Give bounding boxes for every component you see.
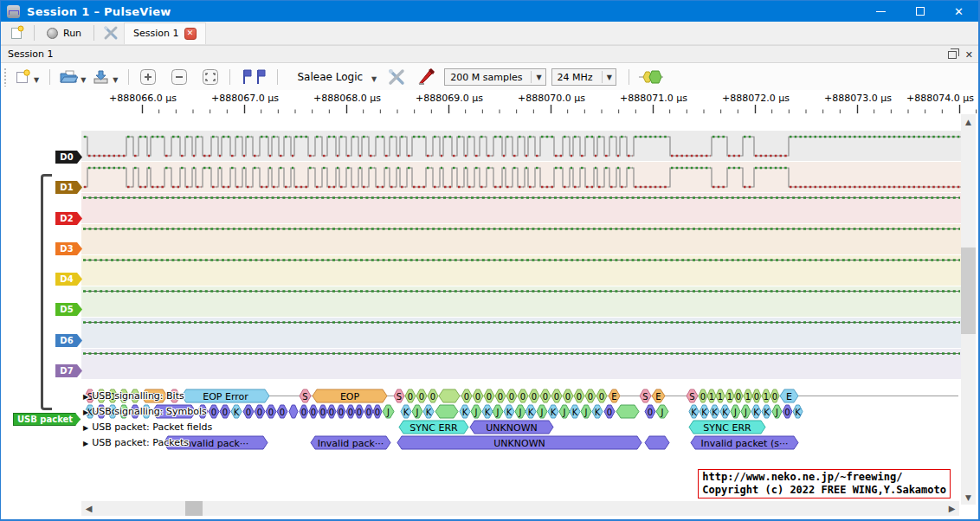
new-session-button[interactable]	[8, 23, 27, 42]
main-toolbar: Run Session 1 ✕	[1, 22, 978, 45]
new-file-dropdown[interactable]: ▼	[34, 76, 39, 84]
scroll-right-icon[interactable]: ▶	[945, 501, 959, 516]
channel-tag-d6[interactable]: D6	[55, 334, 82, 347]
cursors-flags-icon	[239, 68, 268, 86]
zoom-fit-button[interactable]	[198, 66, 222, 88]
sample-count-value: 200 M samples	[450, 72, 522, 83]
annotation-hexagon[interactable]	[616, 405, 639, 418]
horizontal-scroll-thumb[interactable]	[185, 501, 203, 516]
annotation-text: 0	[543, 392, 548, 402]
annotation-text: 0	[784, 408, 790, 417]
annotation-text: K	[572, 408, 578, 417]
annotation-text: Invalid pack···	[183, 438, 249, 449]
annotation-text: 0	[588, 392, 593, 402]
probe-icon	[416, 68, 435, 87]
window-title: Session 1 – PulseView	[27, 5, 171, 18]
ruler-time-label: +888067.0 μs	[211, 93, 279, 104]
channel-tag-d3[interactable]: D3	[55, 242, 82, 255]
annotation-text: UNKNOWN	[486, 422, 538, 434]
annotation-text: Invalid packet (s···	[701, 438, 789, 449]
open-button[interactable]: ▼	[57, 67, 89, 87]
session-toolbar: ▼ ▼ ▼	[1, 64, 978, 90]
decoder-row-label-text: USB signalling: Symbols	[92, 406, 207, 417]
expand-arrow-icon[interactable]: ▶	[83, 440, 88, 447]
configure-device-button[interactable]	[385, 66, 408, 88]
scroll-down-icon[interactable]: ▼	[961, 490, 976, 505]
wrench-icon	[103, 25, 119, 41]
zoom-in-icon	[138, 68, 158, 87]
annotation-text: K	[462, 408, 468, 417]
annotation-hexagon[interactable]	[435, 405, 458, 418]
dock-close-icon[interactable]: ✕	[965, 49, 973, 61]
zoom-out-button[interactable]	[167, 66, 191, 88]
save-dropdown[interactable]: ▼	[113, 76, 118, 84]
channel-tag-d5[interactable]: D5	[55, 303, 82, 316]
decoder-row-label[interactable]: ▶USB signalling: Symbols	[83, 406, 207, 417]
dock-float-icon[interactable]	[948, 51, 957, 59]
channel-label-column: D0D1D2D3D4D5D6D7 USB packet	[1, 114, 81, 501]
session-tab-label: Session 1	[133, 28, 178, 39]
close-button[interactable]: ✕	[939, 1, 978, 22]
open-dropdown[interactable]: ▼	[81, 76, 86, 84]
annotation-text: 0	[487, 392, 492, 402]
annotation-text: 0	[475, 392, 480, 402]
channel-tag-d4[interactable]: D4	[55, 273, 82, 286]
new-file-button[interactable]: ▼	[12, 67, 42, 87]
vertical-scroll-thumb[interactable]	[961, 248, 976, 334]
time-ruler[interactable]: +888066.0 μs+888067.0 μs+888068.0 μs+888…	[1, 90, 979, 114]
decoder-row-label[interactable]: ▶USB signalling: Bits	[83, 390, 184, 402]
annotation-text: K	[403, 408, 409, 417]
annotation-hexagon[interactable]	[645, 436, 669, 449]
annotation-text: 0	[736, 392, 741, 402]
toolbar-drag-handle[interactable]	[3, 68, 8, 87]
sample-count-select[interactable]: 200 M samples ▼	[444, 68, 545, 86]
channel-tag-d2[interactable]: D2	[55, 212, 82, 225]
decoder-group-tag[interactable]: USB packet	[13, 413, 81, 426]
annotation-text: EOP	[340, 391, 360, 402]
expand-arrow-icon[interactable]: ▶	[83, 393, 88, 401]
add-decoder-button[interactable]	[636, 67, 666, 87]
vertical-scrollbar[interactable]: ▲ ▼	[961, 114, 976, 505]
annotation-text: 1	[764, 392, 769, 402]
annotation-text: K	[506, 408, 513, 417]
run-button[interactable]: Run	[42, 26, 87, 41]
session-tab[interactable]: Session 1 ✕	[124, 23, 205, 44]
settings-button[interactable]	[101, 23, 120, 42]
save-icon	[91, 68, 110, 86]
horizontal-scrollbar[interactable]: ◀ ▶	[81, 501, 959, 516]
annotation-text: S	[302, 392, 307, 402]
maximize-button[interactable]	[900, 1, 939, 22]
ruler-time-label: +888070.0 μs	[518, 93, 585, 104]
minimize-button[interactable]	[861, 1, 900, 22]
annotation-text: K	[753, 408, 759, 417]
annotation-text: J	[416, 408, 419, 417]
device-dropdown[interactable]: ▼	[371, 75, 377, 83]
decoder-row-label[interactable]: ▶USB packet: Packets	[83, 437, 189, 448]
save-button[interactable]: ▼	[89, 67, 121, 87]
expand-arrow-icon[interactable]: ▶	[83, 424, 88, 432]
decoder-row-label[interactable]: ▶USB packet: Packet fields	[83, 421, 212, 433]
annotation-text: J	[661, 408, 664, 417]
annotation-text: K	[691, 408, 697, 417]
zoom-in-button[interactable]	[136, 66, 160, 88]
show-cursors-button[interactable]	[237, 67, 270, 87]
scroll-left-icon[interactable]: ◀	[81, 501, 96, 516]
channel-tag-d7[interactable]: D7	[55, 364, 82, 377]
dock-title: Session 1	[8, 48, 53, 60]
tab-close-icon[interactable]: ✕	[184, 28, 197, 40]
annotation-hexagon[interactable]	[439, 389, 460, 402]
annotation-hexagon[interactable]	[289, 405, 298, 418]
ruler-time-label: +888073.0 μs	[824, 93, 892, 104]
scroll-up-icon[interactable]: ▲	[961, 114, 976, 129]
sample-rate-select[interactable]: 24 MHz ▼	[551, 68, 616, 86]
annotation-text: K	[426, 408, 432, 417]
pulseview-window: Session 1 – PulseView ✕ Run	[0, 0, 980, 521]
ruler-time-label: +888066.0 μs	[109, 93, 177, 104]
channel-tag-d1[interactable]: D1	[55, 181, 82, 194]
annotation-text: K	[234, 408, 240, 417]
new-file-icon	[14, 68, 31, 86]
channel-tag-d0[interactable]: D0	[55, 151, 82, 164]
trace-group-bracket[interactable]	[41, 174, 52, 410]
channels-probe-button[interactable]	[415, 66, 437, 88]
expand-arrow-icon[interactable]: ▶	[83, 408, 88, 416]
